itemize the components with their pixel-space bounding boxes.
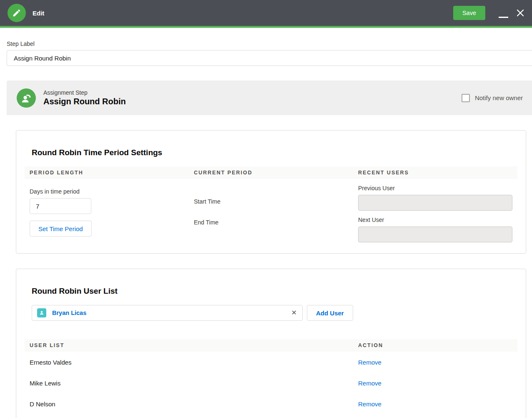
previous-user-label: Previous User <box>358 185 512 191</box>
edit-pencil-icon <box>8 4 26 22</box>
period-length-column: Days in time period Set Time Period <box>25 179 189 242</box>
remove-link[interactable]: Remove <box>353 400 517 408</box>
table-row: Mike Lewis Remove <box>25 373 517 393</box>
user-avatar-icon <box>37 308 46 317</box>
column-header-period-length: PERIOD LENGTH <box>25 169 189 176</box>
edit-dialog: Edit Save Step Label Assignment Step Ass… <box>0 0 532 418</box>
column-header-action: ACTION <box>353 342 517 349</box>
end-time-label: End Time <box>194 219 348 226</box>
next-user-label: Next User <box>358 217 512 223</box>
clear-selection-icon[interactable]: ✕ <box>291 310 297 316</box>
user-lookup-field[interactable]: Bryan Licas ✕ <box>32 305 303 321</box>
step-label: Step Label <box>7 40 532 47</box>
assignment-step-header: Assignment Step Assign Round Robin Notif… <box>7 81 532 115</box>
column-header-user-list: USER LIST <box>25 342 353 349</box>
column-header-recent-users: RECENT USERS <box>353 169 517 176</box>
assignment-owner-icon <box>17 88 36 108</box>
recent-users-column: Previous User Next User <box>353 179 517 242</box>
user-list-card: Round Robin User List Bryan Licas ✕ Add … <box>16 269 526 418</box>
notify-new-owner-group: Notify new owner <box>462 94 523 102</box>
days-in-time-period-label: Days in time period <box>30 188 184 195</box>
step-label-input[interactable] <box>7 50 532 66</box>
remove-link[interactable]: Remove <box>353 359 517 366</box>
table-row: D Nelson Remove <box>25 393 517 414</box>
save-button[interactable]: Save <box>453 6 485 20</box>
close-icon[interactable] <box>514 7 526 19</box>
assignment-type-label: Assignment Step <box>43 89 126 96</box>
remove-link[interactable]: Remove <box>353 380 517 387</box>
user-name: D Nelson <box>25 400 353 408</box>
user-name: Mike Lewis <box>25 380 353 387</box>
user-name: Ernesto Valdes <box>25 359 353 366</box>
add-user-button[interactable]: Add User <box>307 305 353 321</box>
previous-user-input <box>358 195 512 211</box>
notify-label: Notify new owner <box>475 94 523 101</box>
time-period-card-title: Round Robin Time Period Settings <box>32 148 517 157</box>
minimize-icon[interactable] <box>497 7 509 19</box>
notify-checkbox[interactable] <box>462 94 470 102</box>
current-period-column: Start Time End Time <box>189 179 353 242</box>
days-in-time-period-input[interactable] <box>30 198 91 214</box>
selected-user-name: Bryan Licas <box>52 310 86 316</box>
time-period-settings-card: Round Robin Time Period Settings PERIOD … <box>16 130 526 254</box>
next-user-input <box>358 227 512 242</box>
set-time-period-button[interactable]: Set Time Period <box>30 221 92 237</box>
dialog-title: Edit <box>33 10 44 17</box>
user-list-card-title: Round Robin User List <box>32 287 517 296</box>
time-period-column-headers: PERIOD LENGTH CURRENT PERIOD RECENT USER… <box>25 166 517 179</box>
titlebar: Edit Save <box>0 0 532 26</box>
step-label-section: Step Label <box>0 28 532 66</box>
user-table-headers: USER LIST ACTION <box>25 339 517 352</box>
start-time-label: Start Time <box>194 198 348 205</box>
table-row: Ernesto Valdes Remove <box>25 352 517 373</box>
assignment-name: Assign Round Robin <box>43 97 126 106</box>
column-header-current-period: CURRENT PERIOD <box>189 169 353 176</box>
user-list-table: USER LIST ACTION Ernesto Valdes Remove M… <box>25 339 517 414</box>
